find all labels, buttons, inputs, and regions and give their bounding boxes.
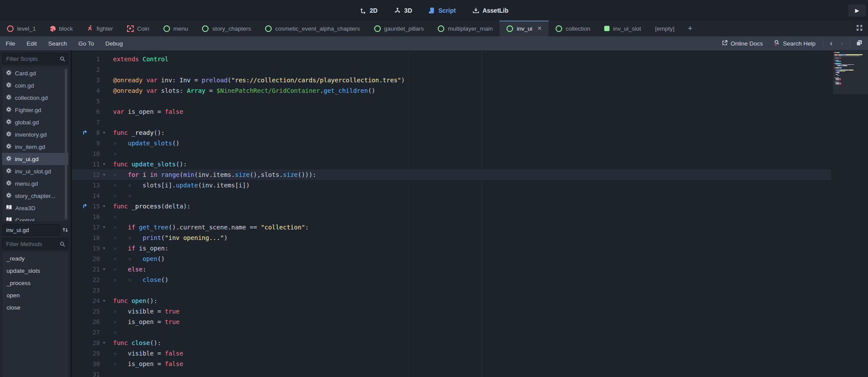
method-item-update_slots[interactable]: update_slots [2,264,68,277]
scene-tab-level_1[interactable]: level_1 [0,21,43,36]
code-line-25[interactable]: 25» visible = true [72,306,868,317]
current-script-name-field[interactable]: inv_ui.gd [2,224,60,236]
sort-methods-button[interactable] [62,227,68,233]
online-docs-button[interactable]: Online Docs [716,40,769,47]
minimap[interactable] [833,50,868,377]
fold-arrow-icon[interactable]: ▾ [103,130,105,135]
filter-scripts-input[interactable]: Filter Scripts [2,53,68,64]
method-item-_ready[interactable]: _ready [2,252,68,264]
script-item-collection-gd[interactable]: collection.gd [2,92,68,104]
fold-arrow-icon[interactable]: ▾ [103,340,105,345]
menu-debug[interactable]: Debug [100,40,129,47]
scene-tab-fighter[interactable]: fighter [80,21,120,36]
scene-tab-menu[interactable]: menu [156,21,195,36]
code-line-9[interactable]: 9» update_slots() [72,138,868,148]
fold-arrow-icon[interactable]: ▾ [103,246,105,250]
script-item-Card-gd[interactable]: Card.gd [2,67,68,79]
code-line-24[interactable]: 24▾func open(): [72,296,868,306]
scripts-panel-toggle-button[interactable] [852,39,868,48]
scene-tab-inv_ui[interactable]: inv_ui× [500,21,549,36]
code-line-10[interactable]: 10» [72,148,868,159]
code-line-15[interactable]: 15▾func _process(delta): [72,201,868,211]
menu-go-to[interactable]: Go To [73,40,100,47]
script-item-menu-gd[interactable]: menu.gd [2,177,68,190]
script-item-inv_ui_slot-gd[interactable]: inv_ui_slot.gd [2,165,68,177]
script-item-Control[interactable]: Control [2,214,68,221]
code-line-23[interactable]: 23 [72,285,868,296]
code-line-7[interactable]: 7 [72,117,868,127]
script-item-Area3D[interactable]: Area3D [2,202,68,214]
method-item-close[interactable]: close [2,301,68,314]
code-line-21[interactable]: 21▾» else: [72,264,868,275]
code-line-17[interactable]: 17▾» if get_tree().current_scene.name ==… [72,222,868,233]
scene-tab-collection[interactable]: collection [549,21,597,36]
code-line-1[interactable]: 1extends Control [72,54,868,64]
code-line-6[interactable]: 6var is_open = false [72,106,868,117]
search-help-button[interactable]: Search Help [768,39,821,47]
code-line-20[interactable]: 20» » open() [72,254,868,264]
code-line-22[interactable]: 22» » close() [72,275,868,285]
scene-tab-gauntlet_pillars[interactable]: gauntlet_pillars [367,21,431,36]
menu-search[interactable]: Search [43,40,73,47]
script-item-inv_ui-gd[interactable]: inv_ui.gd [2,153,68,165]
scripts-list-scrollbar[interactable] [65,69,67,219]
scene-tab-block[interactable]: block [43,21,80,36]
fold-arrow-icon[interactable]: ▾ [103,225,105,229]
play-button[interactable]: ▶ [848,4,866,17]
fold-arrow-icon[interactable]: ▾ [103,267,105,271]
code-line-5[interactable]: 5 [72,96,868,106]
history-forward-button[interactable]: › [836,39,847,48]
code-line-31[interactable]: 31 [72,369,868,377]
fold-arrow-icon[interactable]: ▾ [103,298,105,303]
history-back-button[interactable]: ‹ [825,39,836,48]
fold-arrow-icon[interactable]: ▾ [103,162,105,166]
code-line-26[interactable]: 26» is_open = true [72,317,868,327]
code-line-2[interactable]: 2 [72,64,868,75]
code-line-29[interactable]: 29» visible = false [72,348,868,359]
code-line-3[interactable]: 3@onready var inv: Inv = preload("res://… [72,75,868,85]
code-text: extends Control [113,56,868,63]
fold-arrow-icon[interactable]: ▾ [103,204,105,208]
scene-tab-[empty][interactable]: [empty] [648,21,681,36]
scene-tab-story_chapters[interactable]: story_chapters [195,21,258,36]
scene-tab-Coin[interactable]: Coin [120,21,156,36]
code-line-27[interactable]: 27» [72,327,868,338]
menu-file[interactable]: File [0,40,21,47]
script-item-coin-gd[interactable]: coin.gd [2,79,68,92]
code-line-28[interactable]: 28▾func close(): [72,338,868,348]
fold-arrow-icon[interactable]: ▾ [103,172,105,177]
code-line-11[interactable]: 11▾func update_slots(): [72,159,868,169]
workspace-button-assetlib[interactable]: AssetLib [470,5,511,16]
code-editor[interactable]: 1extends Control23@onready var inv: Inv … [72,50,868,377]
workspace-button-3d[interactable]: 3D [392,5,415,16]
script-item-Fighter-gd[interactable]: Fighter.gd [2,104,68,116]
distraction-free-button[interactable] [851,21,868,36]
workspace-button-script[interactable]: Script [426,5,459,16]
method-item-_process[interactable]: _process [2,277,68,289]
close-tab-icon[interactable]: × [538,25,542,32]
code-line-16[interactable]: 16» [72,211,868,222]
script-gear-icon [6,143,12,151]
script-item-inv_item-gd[interactable]: inv_item.gd [2,141,68,153]
script-item-inventory-gd[interactable]: inventory.gd [2,128,68,141]
code-line-18[interactable]: 18» » print("inv opening...") [72,233,868,243]
methods-list: _readyupdate_slots_processopenclose [2,252,68,377]
scene-tab-inv_ui_slot[interactable]: inv_ui_slot [597,21,648,36]
code-line-12[interactable]: 12▾» for i in range(min(inv.items.size()… [72,169,868,180]
menu-edit[interactable]: Edit [21,40,43,47]
code-line-30[interactable]: 30» is_open = false [72,359,868,369]
workspace-button-2d[interactable]: 2D [357,5,380,16]
method-item-open[interactable]: open [2,289,68,301]
script-item-story_chapter---[interactable]: story_chapter... [2,190,68,202]
code-line-4[interactable]: 4@onready var slots: Array = $NinePatchR… [72,85,868,96]
filter-methods-input[interactable]: Filter Methods [2,238,68,250]
code-line-14[interactable]: 14» » [72,190,868,201]
code-line-19[interactable]: 19▾» if is_open: [72,243,868,254]
code-line-13[interactable]: 13» » slots[i].update(inv.items[i]) [72,180,868,190]
scene-tab-multiplayer_main[interactable]: multiplayer_main [431,21,500,36]
control-node-icon [374,25,381,32]
script-item-global-gd[interactable]: global.gd [2,116,68,128]
scene-tab-cosmetic_event_alpha_chapters[interactable]: cosmetic_event_alpha_chapters [258,21,367,36]
code-line-8[interactable]: 8▾func _ready(): [72,127,868,138]
new-scene-tab-button[interactable]: + [681,21,698,36]
